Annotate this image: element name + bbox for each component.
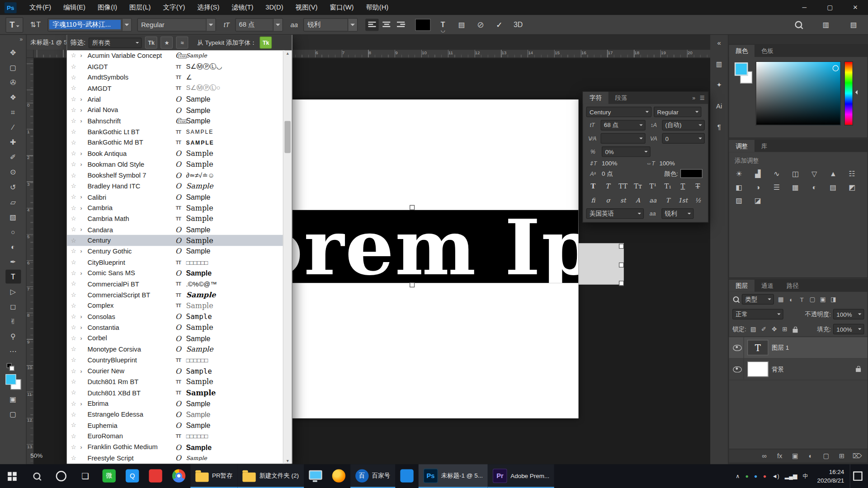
favorite-star-icon[interactable]: ☆ bbox=[67, 150, 80, 157]
qq-taskbar-button[interactable]: Q bbox=[121, 464, 144, 488]
swash-button[interactable]: A bbox=[631, 195, 645, 206]
minimize-button[interactable]: ─ bbox=[792, 0, 817, 15]
font-row[interactable]: ☆Dutch801 Rm BTTTSample bbox=[67, 376, 284, 387]
font-row[interactable]: ☆Bookshelf Symbol 7O∂≃≠√≐☺ bbox=[67, 170, 284, 181]
underline-button[interactable]: T bbox=[676, 181, 690, 192]
font-family-select[interactable]: 字魂110号-武林江... bbox=[47, 18, 132, 31]
blue-app-taskbar-button[interactable] bbox=[395, 464, 418, 488]
hand-tool[interactable]: ✌ bbox=[5, 314, 21, 328]
tab-libraries[interactable]: 库 bbox=[755, 140, 774, 152]
levels-icon[interactable]: ▟ bbox=[751, 168, 764, 179]
photo-filter-icon[interactable]: ◑ bbox=[751, 181, 764, 192]
contextual-alternates-button[interactable]: σ bbox=[601, 195, 615, 206]
expand-chevron-icon[interactable]: › bbox=[80, 150, 88, 156]
layer-visibility-toggle[interactable] bbox=[731, 337, 744, 358]
quick-mask-icon[interactable]: ▣ bbox=[5, 392, 21, 406]
3d-button[interactable]: 3D bbox=[511, 18, 524, 31]
font-row[interactable]: ☆CommercialPi BTTT.©%©@™ bbox=[67, 279, 284, 290]
font-style-select[interactable]: Regular bbox=[137, 18, 216, 31]
similar-fonts-button[interactable]: ≈ bbox=[176, 37, 189, 49]
lock-transparent-icon[interactable]: ▨ bbox=[749, 325, 758, 334]
fractions-button[interactable]: ½ bbox=[691, 195, 705, 206]
menu-item-8[interactable]: 视图(V) bbox=[289, 0, 324, 15]
favorite-star-icon[interactable]: ☆ bbox=[67, 74, 80, 81]
font-row[interactable]: ☆›ConstantiaOSample bbox=[67, 322, 284, 333]
color-lookup-icon[interactable]: ▦ bbox=[789, 181, 802, 192]
favorite-star-icon[interactable]: ☆ bbox=[67, 270, 80, 277]
gradient-tool[interactable]: ▧ bbox=[5, 210, 21, 224]
expand-chevron-icon[interactable]: › bbox=[80, 444, 88, 450]
photoshop-taskbar-button[interactable]: Ps未标题-1 @ 5... bbox=[418, 464, 488, 488]
font-row[interactable]: ☆AIGDTTTS∠ⓂⓅⓁ◡ bbox=[67, 61, 284, 72]
filter-adjustment-icon[interactable]: ◐ bbox=[787, 295, 796, 304]
cancel-edit-icon[interactable]: ⊘ bbox=[474, 18, 487, 31]
faux-italic-button[interactable]: T bbox=[600, 181, 616, 192]
favorite-star-icon[interactable]: ☆ bbox=[67, 85, 80, 92]
favorite-star-icon[interactable]: ☆ bbox=[67, 335, 80, 342]
expand-chevron-icon[interactable]: › bbox=[80, 401, 88, 407]
scrollbar-thumb[interactable] bbox=[284, 121, 290, 153]
explorer-new-folder-taskbar-button[interactable]: 新建文件夹 (2) bbox=[238, 464, 304, 488]
favorite-star-icon[interactable]: ☆ bbox=[67, 378, 80, 385]
font-family-dropdown-arrow[interactable] bbox=[122, 19, 131, 31]
font-row[interactable]: ☆CountryBlueprintTT□□□□□□ bbox=[67, 355, 284, 366]
filter-type-icon[interactable]: T bbox=[797, 295, 807, 304]
workspace-switcher-icon[interactable]: ▥ bbox=[819, 18, 832, 31]
favorites-filter-button[interactable]: ★ bbox=[161, 37, 173, 49]
anti-alias-dropdown-arrow[interactable] bbox=[348, 19, 357, 31]
expand-chevron-icon[interactable]: › bbox=[80, 194, 88, 200]
favorite-star-icon[interactable]: ☆ bbox=[67, 128, 80, 136]
font-row[interactable]: ☆Bradley Hand ITCOSample bbox=[67, 181, 284, 192]
anti-alias-select[interactable]: 锐利 bbox=[303, 18, 358, 31]
layer-filter-select[interactable]: 类型 bbox=[742, 294, 774, 305]
favorite-star-icon[interactable]: ☆ bbox=[67, 302, 80, 310]
char-vertical-scale-field[interactable]: 100% bbox=[602, 160, 627, 166]
font-row[interactable]: ☆›Arial NovaOSample bbox=[67, 105, 284, 116]
taskbar-search-button[interactable] bbox=[24, 464, 49, 488]
clone-stamp-tool[interactable]: ⊙ bbox=[5, 165, 21, 179]
tray-wechat-icon[interactable]: ● bbox=[745, 473, 748, 479]
standard-ligatures-button[interactable]: st bbox=[616, 195, 630, 206]
transform-handle[interactable] bbox=[410, 205, 415, 210]
favorite-star-icon[interactable]: ☆ bbox=[67, 291, 80, 299]
premiere-taskbar-button[interactable]: PrAdobe Prem... bbox=[488, 464, 554, 488]
text-orientation-toggle[interactable]: ⇅T bbox=[29, 18, 42, 31]
ligatures-button[interactable]: fi bbox=[586, 195, 600, 206]
layer-row[interactable]: 背景 bbox=[729, 359, 868, 380]
lock-position-icon[interactable]: ✥ bbox=[769, 325, 779, 334]
tray-expand-icon[interactable]: ∧ bbox=[736, 473, 740, 479]
favorite-star-icon[interactable]: ☆ bbox=[67, 172, 80, 179]
favorite-star-icon[interactable]: ☆ bbox=[67, 161, 80, 168]
channel-mixer-icon[interactable]: ☰ bbox=[770, 181, 783, 192]
favorite-star-icon[interactable]: ☆ bbox=[67, 117, 80, 125]
align-left-button[interactable] bbox=[365, 19, 378, 31]
eyedropper-tool[interactable]: ∕ bbox=[5, 121, 21, 135]
menu-item-7[interactable]: 3D(D) bbox=[259, 0, 289, 15]
layer-mask-icon[interactable]: ▣ bbox=[791, 451, 800, 460]
text-layer-band[interactable]: Lorem Ipsum bbox=[292, 210, 579, 283]
blend-mode-select[interactable]: 正常 bbox=[732, 309, 783, 319]
my-computer-taskbar-button[interactable] bbox=[304, 464, 327, 488]
font-row[interactable]: ☆Cambria MathTTSample bbox=[67, 213, 284, 224]
toggle-character-panel-icon[interactable]: ▤ bbox=[455, 18, 468, 31]
small-caps-button[interactable]: Tᴛ bbox=[631, 181, 645, 192]
explorer-pr-folder-taskbar-button[interactable]: PR暂存 bbox=[190, 464, 237, 488]
font-row[interactable]: ☆›CalibriOSample bbox=[67, 192, 284, 202]
font-size-dropdown-arrow[interactable] bbox=[273, 19, 282, 31]
menu-item-5[interactable]: 选择(S) bbox=[191, 0, 226, 15]
blur-tool[interactable]: ○ bbox=[5, 225, 21, 239]
panel-collapse-icon[interactable]: » bbox=[692, 95, 695, 101]
firefox-taskbar-button[interactable] bbox=[327, 464, 350, 488]
font-row[interactable]: ☆CityBlueprintTT□□□□□□ bbox=[67, 257, 284, 267]
notification-center-button[interactable] bbox=[850, 464, 865, 488]
new-layer-icon[interactable]: ⊞ bbox=[837, 451, 846, 460]
expand-chevron-icon[interactable]: › bbox=[80, 314, 88, 319]
quick-selection-tool[interactable]: ❖ bbox=[5, 91, 21, 105]
transform-handle[interactable] bbox=[619, 244, 624, 249]
font-row[interactable]: ☆›Century GothicOSample bbox=[67, 246, 284, 257]
scroll-up-icon[interactable]: ▲ bbox=[283, 52, 292, 56]
favorite-star-icon[interactable]: ☆ bbox=[67, 389, 80, 396]
expand-chevron-icon[interactable]: › bbox=[80, 96, 88, 102]
exposure-icon[interactable]: ◫ bbox=[789, 168, 802, 179]
char-color-swatch[interactable] bbox=[680, 169, 703, 178]
